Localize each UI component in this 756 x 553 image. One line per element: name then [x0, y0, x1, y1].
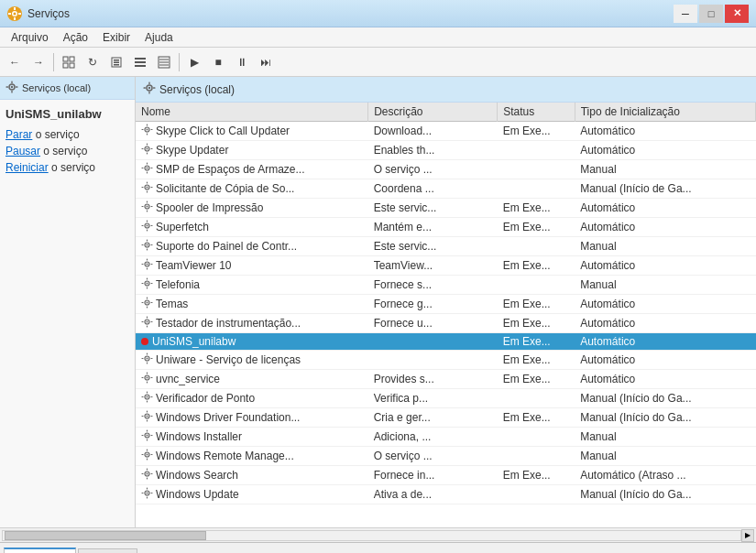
table-row[interactable]: Skype Click to Call UpdaterDownload...Em… [136, 122, 756, 141]
window-title: Serviços [27, 7, 70, 20]
list-button[interactable] [129, 51, 151, 73]
table-row[interactable]: TelefoniaFornece s...Manual [136, 276, 756, 295]
title-controls: ─ □ ✕ [674, 5, 749, 23]
hscroll-right[interactable]: ▶ [741, 529, 754, 542]
service-gear-icon [141, 449, 153, 463]
service-gear-icon [141, 429, 153, 444]
menu-acao[interactable]: Ação [56, 29, 95, 46]
services-table[interactable]: Nome Descrição Status Tipo de Inicializa… [136, 103, 756, 527]
menu-ajuda[interactable]: Ajuda [137, 29, 181, 46]
col-desc[interactable]: Descrição [368, 103, 498, 122]
refresh-button[interactable]: ↻ [82, 51, 104, 73]
restart-service-link[interactable]: Reiniciar [5, 161, 49, 174]
tab-estendido[interactable]: Estendido [4, 548, 76, 553]
service-desc-cell: O serviço ... [368, 160, 498, 179]
table-row[interactable]: UniSMS_unilabwEm Exe...Automático [136, 333, 756, 351]
table-row[interactable]: Suporte do Painel de Contr...Este servic… [136, 237, 756, 256]
filter-button[interactable] [153, 51, 175, 73]
service-status-cell: Em Exe... [498, 199, 575, 218]
service-type-cell: Automático [575, 199, 755, 218]
status-bar: Estendido Padrão [0, 542, 756, 553]
service-desc-cell: Download... [368, 122, 498, 141]
svg-rect-91 [147, 307, 148, 309]
table-row[interactable]: Solicitante de Cópia de So...Coordena ..… [136, 179, 756, 199]
svg-rect-141 [151, 473, 153, 474]
play-button[interactable]: ▶ [183, 51, 205, 73]
hscroll-area[interactable]: ▶ [0, 527, 756, 542]
svg-rect-126 [147, 430, 148, 432]
svg-rect-16 [135, 61, 146, 63]
forward-button[interactable]: → [27, 51, 49, 73]
service-status-cell: Em Exe... [498, 333, 575, 351]
svg-rect-115 [147, 401, 148, 403]
svg-rect-99 [151, 321, 153, 322]
svg-rect-31 [148, 92, 149, 94]
toolbar-separator-1 [53, 53, 54, 71]
pause-button[interactable]: ⏸ [231, 51, 253, 73]
skip-button[interactable]: ⏭ [255, 51, 277, 73]
svg-rect-30 [148, 82, 149, 85]
menu-arquivo[interactable]: Arquivo [4, 29, 56, 46]
svg-point-2 [14, 12, 16, 15]
table-row[interactable]: Windows Driver Foundation...Cria e ger..… [136, 408, 756, 428]
back-button[interactable]: ← [4, 51, 26, 73]
service-desc-cell: O serviço ... [368, 447, 498, 466]
table-row[interactable]: Verificador de PontoVerifica p...Manual … [136, 389, 756, 408]
svg-point-77 [147, 264, 148, 266]
svg-rect-97 [147, 326, 148, 328]
svg-rect-9 [63, 63, 68, 68]
svg-rect-90 [147, 298, 148, 299]
service-desc-cell: TeamView... [368, 256, 498, 276]
svg-point-143 [147, 493, 148, 494]
minimize-button[interactable]: ─ [674, 5, 697, 23]
export-button[interactable] [105, 51, 127, 73]
service-desc-cell [368, 351, 498, 370]
col-nome[interactable]: Nome [136, 103, 368, 122]
table-row[interactable]: uvnc_serviceProvides s...Em Exe...Automá… [136, 370, 756, 389]
table-row[interactable]: SMP de Espaços de Armaze...O serviço ...… [136, 160, 756, 179]
stop-service-link[interactable]: Parar [5, 128, 32, 141]
table-row[interactable]: SuperfetchMantém e...Em Exe...Automático [136, 218, 756, 237]
svg-rect-8 [70, 57, 74, 61]
menu-exibir[interactable]: Exibir [95, 29, 137, 46]
table-row[interactable]: TemasFornece g...Em Exe...Automático [136, 295, 756, 314]
table-row[interactable]: Windows InstallerAdiciona, ...Manual [136, 428, 756, 447]
svg-rect-103 [147, 363, 148, 364]
col-type[interactable]: Tipo de Inicialização [575, 103, 755, 122]
service-status-cell [498, 447, 575, 466]
service-gear-icon [141, 468, 153, 483]
col-status[interactable]: Status [498, 103, 575, 122]
service-name-text: Temas [156, 298, 188, 310]
pause-service-link[interactable]: Pausar [5, 145, 40, 157]
service-desc-cell: Fornece in... [368, 466, 498, 485]
svg-rect-39 [151, 129, 153, 130]
service-desc-cell: Fornece g... [368, 295, 498, 314]
hscroll-thumb[interactable] [5, 531, 206, 540]
services-list: Nome Descrição Status Tipo de Inicializa… [136, 103, 756, 504]
stop-button[interactable]: ■ [207, 51, 229, 73]
table-row[interactable]: TeamViewer 10TeamView...Em Exe...Automát… [136, 256, 756, 276]
svg-rect-42 [147, 144, 148, 146]
table-row[interactable]: Windows Remote Manage...O serviço ...Man… [136, 447, 756, 466]
service-desc-cell: Coordena ... [368, 179, 498, 199]
maximize-button[interactable]: □ [699, 5, 723, 23]
table-row[interactable]: Windows UpdateAtiva a de...Manual (Iníci… [136, 485, 756, 504]
svg-rect-37 [147, 134, 148, 136]
table-row[interactable]: Spooler de ImpressãoEste servic...Em Exe… [136, 199, 756, 218]
svg-rect-54 [147, 182, 148, 184]
service-name-text: Windows Search [156, 469, 238, 482]
svg-rect-127 [147, 439, 148, 441]
service-name-cell: uvnc_service [136, 370, 368, 389]
view-button[interactable] [58, 51, 80, 73]
service-desc-cell: Cria e ger... [368, 408, 498, 428]
close-button[interactable]: ✕ [725, 5, 749, 23]
service-status-cell [498, 237, 575, 256]
table-row[interactable]: Skype UpdaterEnables th...Automático [136, 141, 756, 160]
service-type-cell: Manual [575, 160, 755, 179]
svg-rect-45 [151, 148, 153, 149]
tab-padrao[interactable]: Padrão [78, 548, 137, 553]
table-row[interactable]: Uniware - Serviço de licençasEm Exe...Au… [136, 351, 756, 370]
table-row[interactable]: Windows SearchFornece in...Em Exe...Auto… [136, 466, 756, 485]
service-type-cell: Automático [575, 333, 755, 351]
table-row[interactable]: Testador de instrumentação...Fornece u..… [136, 314, 756, 333]
